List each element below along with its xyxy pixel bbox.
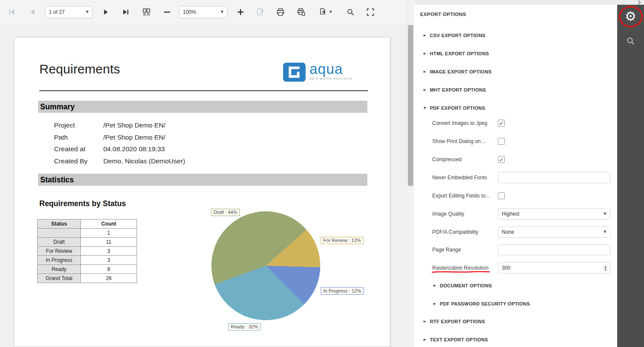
- vertical-scrollbar[interactable]: [406, 0, 414, 347]
- option-label: Show Print Dialog on ...: [432, 138, 498, 144]
- gear-icon: [625, 10, 637, 23]
- summary-value: /Pet Shop Demo EN/: [103, 134, 166, 141]
- section-label: TEXT EXPORT OPTIONS: [430, 337, 488, 342]
- page-range-input[interactable]: [498, 244, 610, 255]
- aqua-logo: aqua agile quality assurance: [283, 63, 352, 82]
- next-page-icon: [102, 8, 110, 16]
- previous-page-button[interactable]: [24, 4, 41, 20]
- multipage-view-icon: [142, 7, 151, 17]
- cell-count: 26: [81, 274, 137, 283]
- summary-table: Project/Pet Shop Demo EN/ Path/Pet Shop …: [54, 119, 185, 167]
- option-compressed: Compressed: [432, 154, 610, 165]
- search-button[interactable]: [342, 4, 359, 20]
- chevron-down-icon: [86, 10, 89, 14]
- option-rasterization-resolution: Rasterization Resolution 300: [432, 262, 610, 274]
- section-pdf-export-options[interactable]: PDF EXPORT OPTIONS: [424, 105, 485, 111]
- export-settings-gear-button[interactable]: [621, 7, 640, 26]
- search-icon: [625, 36, 636, 46]
- highlight-editing-fields-button[interactable]: [252, 4, 269, 20]
- zoom-out-button[interactable]: [159, 4, 175, 20]
- option-pdfa-compatibility: PDF/A Compatibility None: [432, 226, 610, 238]
- show-print-dialog-checkbox[interactable]: [498, 138, 505, 145]
- option-label: PDF/A Compatibility: [432, 229, 498, 235]
- image-quality-select[interactable]: Highest: [498, 208, 610, 220]
- option-show-print-dialog: Show Print Dialog on ...: [432, 136, 610, 147]
- first-page-icon: [7, 8, 16, 16]
- section-image-export-options[interactable]: IMAGE EXPORT OPTIONS: [424, 68, 491, 75]
- title-divider: [39, 90, 368, 91]
- report-page: Requirements aqua agile quality assuranc…: [14, 37, 390, 347]
- summary-label: Created at: [54, 143, 103, 155]
- chevron-right-icon: [434, 302, 436, 306]
- chevron-right-icon: [424, 52, 426, 55]
- chevron-right-icon: [424, 320, 426, 323]
- section-html-export-options[interactable]: HTML EXPORT OPTIONS: [424, 50, 489, 57]
- chevron-right-icon: [424, 89, 426, 92]
- pie-chart: [211, 211, 320, 320]
- export-to-button[interactable]: [314, 4, 336, 20]
- table-row: 1: [38, 229, 137, 238]
- summary-row: Created ByDemo, Nicolas (DemoUser): [54, 155, 185, 167]
- summary-row: Path/Pet Shop Demo EN/: [54, 131, 185, 143]
- previous-page-icon: [28, 8, 37, 16]
- chart-title: Requirements by Status: [39, 199, 126, 208]
- section-csv-export-options[interactable]: CSV EXPORT OPTIONS: [424, 32, 485, 39]
- pie-label-for-review: For Review : 12%: [321, 237, 363, 244]
- panel-top-strip: [414, 0, 644, 5]
- never-embedded-fonts-input[interactable]: [498, 172, 610, 183]
- document-viewer: 1 of 27 100%: [0, 0, 406, 347]
- spinner-buttons[interactable]: [604, 265, 606, 271]
- section-document-options[interactable]: DOCUMENT OPTIONS: [434, 282, 492, 289]
- page-number-value: 1 of 27: [49, 9, 86, 15]
- first-page-button[interactable]: [3, 4, 20, 20]
- column-header-count: Count: [81, 220, 137, 229]
- fullscreen-button[interactable]: [362, 4, 379, 20]
- spin-down-icon[interactable]: [604, 268, 606, 271]
- chevron-down-icon: [604, 230, 606, 234]
- summary-label: Created By: [54, 155, 103, 167]
- section-label: RTF EXPORT OPTIONS: [430, 319, 485, 324]
- pdfa-compatibility-select[interactable]: None: [498, 226, 610, 238]
- cell-count: 8: [81, 265, 137, 274]
- option-page-range: Page Range: [432, 244, 610, 255]
- next-page-button[interactable]: [98, 4, 114, 20]
- last-page-icon: [121, 8, 130, 16]
- search-icon: [346, 7, 355, 17]
- option-label: Image Quality: [432, 211, 498, 217]
- section-label: IMAGE EXPORT OPTIONS: [430, 69, 491, 74]
- rail-search-button[interactable]: [621, 32, 640, 51]
- last-page-button[interactable]: [118, 4, 134, 20]
- chevron-right-icon: [424, 34, 426, 37]
- cell-status: Grand Total: [38, 274, 81, 283]
- export-editing-fields-checkbox[interactable]: [498, 192, 505, 199]
- summary-value: /Pet Shop Demo EN/: [103, 121, 166, 129]
- multipage-view-button[interactable]: [138, 4, 155, 20]
- section-mht-export-options[interactable]: MHT EXPORT OPTIONS: [424, 86, 486, 93]
- page-number-select[interactable]: 1 of 27: [45, 6, 92, 18]
- export-document-icon: [318, 7, 328, 17]
- summary-value: Demo, Nicolas (DemoUser): [103, 157, 185, 165]
- scrollbar-thumb[interactable]: [408, 25, 413, 186]
- aqua-logo-mark-icon: [283, 63, 306, 82]
- chevron-right-icon: [424, 338, 426, 341]
- print-button[interactable]: [272, 4, 289, 20]
- table-row: Ready8: [38, 265, 137, 274]
- section-label: DOCUMENT OPTIONS: [440, 283, 492, 288]
- panel-title: EXPORT OPTIONS: [420, 12, 466, 17]
- cell-status: For Review: [38, 247, 81, 256]
- summary-label: Path: [54, 131, 103, 143]
- section-rtf-export-options[interactable]: RTF EXPORT OPTIONS: [424, 318, 485, 325]
- print-page-icon: [296, 7, 306, 17]
- status-table: Status Count 1 Draft11 For Review3 In Pr…: [37, 219, 137, 283]
- section-text-export-options[interactable]: TEXT EXPORT OPTIONS: [424, 336, 488, 343]
- zoom-in-button[interactable]: [233, 4, 249, 20]
- zoom-select[interactable]: 100%: [179, 6, 227, 18]
- section-pdf-password-security-options[interactable]: PDF PASSWORD SECURITY OPTIONS: [434, 300, 530, 307]
- rasterization-resolution-spinner[interactable]: 300: [498, 262, 610, 274]
- convert-images-checkbox[interactable]: [498, 120, 505, 127]
- print-page-button[interactable]: [293, 4, 309, 20]
- summary-value: 04.08.2020 08:19:33: [103, 145, 165, 153]
- compressed-checkbox[interactable]: [498, 156, 505, 163]
- spin-up-icon[interactable]: [604, 265, 606, 268]
- select-value: None: [502, 229, 604, 235]
